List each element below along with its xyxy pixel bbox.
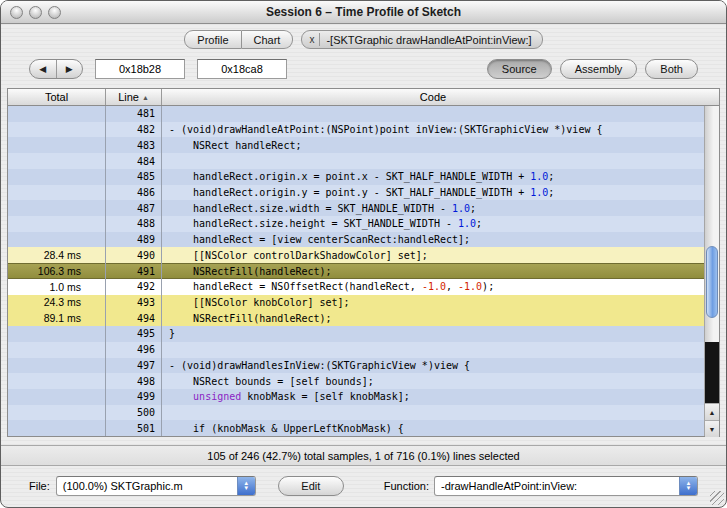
code-row-491[interactable]: 106.3 ms491 NSRectFill(handleRect); <box>8 263 704 279</box>
table-header: Total Line ▲ Code <box>8 89 719 106</box>
function-popup-value: -drawHandleAtPoint:inView: <box>435 477 679 495</box>
line-number-cell: 501 <box>106 420 162 436</box>
line-number-cell: 485 <box>106 169 162 185</box>
app-window: Session 6 – Time Profile of Sketch Profi… <box>0 0 727 508</box>
code-row-498[interactable]: 498 NSRect bounds = [self bounds]; <box>8 373 704 389</box>
total-cell <box>8 342 106 358</box>
function-label: Function: <box>384 480 429 492</box>
file-popup[interactable]: (100.0%) SKTGraphic.m ▲▼ <box>56 476 256 496</box>
code-row-494[interactable]: 89.1 ms494 NSRectFill(handleRect); <box>8 310 704 326</box>
both-button[interactable]: Both <box>645 59 698 79</box>
line-number-cell: 487 <box>106 200 162 216</box>
column-header-line[interactable]: Line ▲ <box>106 89 162 105</box>
total-cell: 24.3 ms <box>8 295 106 311</box>
code-cell: [[NSColor controlDarkShadowColor] set]; <box>162 247 704 263</box>
line-number-cell: 488 <box>106 216 162 232</box>
edit-button[interactable]: Edit <box>278 476 344 496</box>
code-row-481[interactable]: 481 <box>8 106 704 122</box>
minimize-button[interactable] <box>29 6 42 19</box>
code-row-492[interactable]: 1.0 ms492 handleRect = NSOffsetRect(hand… <box>8 279 704 295</box>
popup-arrows-icon: ▲▼ <box>679 477 697 495</box>
code-cell: [[NSColor knobColor] set]; <box>162 295 704 311</box>
code-cell: handleRect.origin.x = point.x - SKT_HALF… <box>162 169 704 185</box>
total-cell <box>8 200 106 216</box>
start-address-field[interactable] <box>95 59 185 79</box>
code-row-489[interactable]: 489 handleRect = [view centerScanRect:ha… <box>8 232 704 248</box>
column-header-code[interactable]: Code <box>162 89 704 105</box>
code-row-497[interactable]: 497- (void)drawHandlesInView:(SKTGraphic… <box>8 358 704 374</box>
line-number-cell: 490 <box>106 247 162 263</box>
code-cell: if (knobMask & UpperLeftKnobMask) { <box>162 420 704 436</box>
code-cell <box>162 405 704 421</box>
zoom-button[interactable] <box>48 6 61 19</box>
total-cell <box>8 358 106 374</box>
code-row-485[interactable]: 485 handleRect.origin.x = point.x - SKT_… <box>8 169 704 185</box>
sort-indicator-icon: ▲ <box>142 94 149 101</box>
header-scrollbar-corner <box>704 89 719 105</box>
titlebar: Session 6 – Time Profile of Sketch <box>1 1 726 24</box>
total-cell <box>8 216 106 232</box>
code-table-body: 481482- (void)drawHandleAtPoint:(NSPoint… <box>8 106 719 436</box>
code-row-495[interactable]: 495} <box>8 326 704 342</box>
line-number-cell: 497 <box>106 358 162 374</box>
tab-function-label: -[SKTGraphic drawHandleAtPoint:inView:] <box>326 34 531 46</box>
close-button[interactable] <box>10 6 23 19</box>
scroll-up-button[interactable]: ▲ <box>705 403 719 420</box>
code-row-500[interactable]: 500 <box>8 405 704 421</box>
total-cell: 106.3 ms <box>8 263 106 279</box>
end-address-field[interactable] <box>197 59 287 79</box>
total-cell <box>8 389 106 405</box>
code-cell: NSRectFill(handleRect); <box>162 310 704 326</box>
total-cell <box>8 153 106 169</box>
code-row-488[interactable]: 488 handleRect.size.height = SKT_HANDLE_… <box>8 216 704 232</box>
code-cell: - (void)drawHandleAtPoint:(NSPoint)point… <box>162 122 704 138</box>
scroll-down-button[interactable]: ▼ <box>705 420 719 437</box>
tab-chart[interactable]: Chart <box>242 30 294 49</box>
code-cell: handleRect = [view centerScanRect:handle… <box>162 232 704 248</box>
total-cell <box>8 122 106 138</box>
tab-profile[interactable]: Profile <box>184 30 241 49</box>
total-cell <box>8 405 106 421</box>
code-row-496[interactable]: 496 <box>8 342 704 358</box>
total-cell <box>8 326 106 342</box>
code-row-487[interactable]: 487 handleRect.size.width = SKT_HANDLE_W… <box>8 200 704 216</box>
code-row-499[interactable]: 499 unsigned knobMask = [self knobMask]; <box>8 389 704 405</box>
scrollbar-thumb[interactable] <box>706 246 718 318</box>
total-cell <box>8 232 106 248</box>
source-button[interactable]: Source <box>487 59 552 79</box>
total-cell <box>8 137 106 153</box>
tab-bar: Profile Chart x -[SKTGraphic drawHandleA… <box>1 30 726 49</box>
code-cell: handleRect = NSOffsetRect(handleRect, -1… <box>162 279 704 295</box>
total-cell <box>8 106 106 122</box>
function-popup[interactable]: -drawHandleAtPoint:inView: ▲▼ <box>434 476 698 496</box>
code-row-501[interactable]: 501 if (knobMask & UpperLeftKnobMask) { <box>8 420 704 436</box>
line-number-cell: 482 <box>106 122 162 138</box>
column-header-total[interactable]: Total <box>8 89 106 105</box>
tab-function[interactable]: x -[SKTGraphic drawHandleAtPoint:inView:… <box>301 30 542 49</box>
code-row-493[interactable]: 24.3 ms493 [[NSColor knobColor] set]; <box>8 295 704 311</box>
total-cell <box>8 185 106 201</box>
assembly-button[interactable]: Assembly <box>560 59 638 79</box>
close-tab-icon[interactable]: x <box>309 33 320 46</box>
code-cell: NSRectFill(handleRect); <box>162 263 704 279</box>
code-row-482[interactable]: 482- (void)drawHandleAtPoint:(NSPoint)po… <box>8 122 704 138</box>
line-number-cell: 500 <box>106 405 162 421</box>
code-row-486[interactable]: 486 handleRect.origin.y = point.y - SKT_… <box>8 185 704 201</box>
resize-grip[interactable] <box>710 491 724 505</box>
code-cell <box>162 153 704 169</box>
code-cell: unsigned knobMask = [self knobMask]; <box>162 389 704 405</box>
line-number-cell: 491 <box>106 263 162 279</box>
view-tabs: Profile Chart <box>184 30 293 49</box>
popup-arrows-icon: ▲▼ <box>237 477 255 495</box>
code-row-483[interactable]: 483 NSRect handleRect; <box>8 137 704 153</box>
line-number-cell: 492 <box>106 279 162 295</box>
window-title: Session 6 – Time Profile of Sketch <box>1 5 726 19</box>
line-number-cell: 481 <box>106 106 162 122</box>
scrollbar-dark-region <box>705 342 719 403</box>
back-button[interactable]: ◀ <box>30 60 57 78</box>
forward-button[interactable]: ▶ <box>57 60 83 78</box>
vertical-scrollbar[interactable]: ▲ ▼ <box>704 106 719 436</box>
code-row-484[interactable]: 484 <box>8 153 704 169</box>
code-table: Total Line ▲ Code 481482- (void)drawHand… <box>7 88 720 437</box>
code-row-490[interactable]: 28.4 ms490 [[NSColor controlDarkShadowCo… <box>8 247 704 263</box>
